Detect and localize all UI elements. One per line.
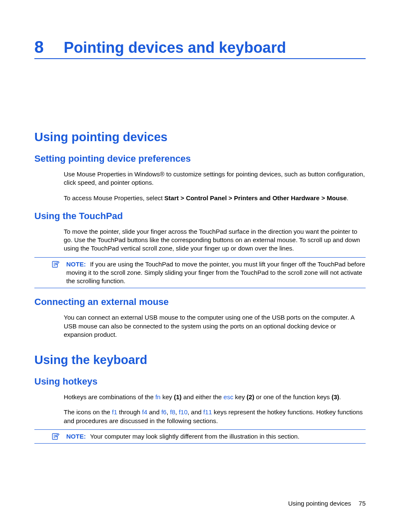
note-text: NOTE:If you are using the TouchPad to mo… [49,260,366,286]
subsection-heading: Setting pointing device preferences [34,153,366,164]
page-footer: Using pointing devices75 [288,500,366,507]
subsection-heading: Connecting an external mouse [34,297,366,307]
paragraph: To move the pointer, slide your finger a… [64,227,366,253]
paragraph: To access Mouse Properties, select Start… [64,194,366,202]
paragraph: Use Mouse Properties in Windows® to cust… [64,170,366,187]
note-icon [34,432,49,441]
chapter-number: 8 [34,38,64,57]
body-text: You can connect an external USB mouse to… [34,313,366,339]
page-number: 75 [358,500,366,507]
chapter-title: Pointing devices and keyboard [64,39,286,57]
footer-section-name: Using pointing devices [288,500,351,507]
note-icon [34,260,49,286]
chapter-heading: 8 Pointing devices and keyboard [34,38,366,59]
paragraph: Hotkeys are combinations of the fn key (… [64,393,366,401]
section-heading-2: Using the keyboard [34,353,366,367]
paragraph: You can connect an external USB mouse to… [64,313,366,339]
note-text: NOTE:Your computer may look slightly dif… [49,432,366,441]
body-text: To move the pointer, slide your finger a… [34,227,366,253]
section-heading-1: Using pointing devices [34,130,366,144]
note-callout: NOTE:If you are using the TouchPad to mo… [34,257,366,289]
note-label: NOTE: [66,261,86,268]
note-callout: NOTE:Your computer may look slightly dif… [34,429,366,444]
document-page: 8 Pointing devices and keyboard Using po… [0,0,400,532]
body-text: Use Mouse Properties in Windows® to cust… [34,170,366,202]
paragraph: The icons on the f1 through f4 and f6, f… [64,408,366,425]
subsection-heading: Using hotkeys [34,376,366,387]
body-text: Hotkeys are combinations of the fn key (… [34,393,366,425]
note-label: NOTE: [66,433,86,440]
subsection-heading: Using the TouchPad [34,211,366,222]
